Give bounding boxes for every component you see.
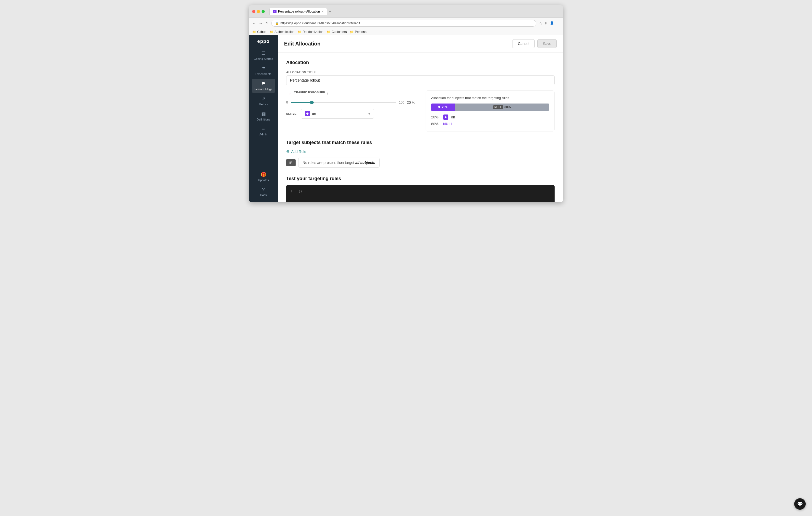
sidebar-item-getting-started[interactable]: ☰ Getting Started [252, 48, 275, 62]
cancel-button[interactable]: Cancel [512, 39, 535, 48]
serve-row: SERVE on ▾ [286, 109, 415, 119]
tab-close-icon[interactable]: ✕ [321, 10, 324, 13]
download-icon[interactable]: ⬇ [544, 21, 548, 25]
admin-icon: ≡ [262, 126, 265, 132]
code-editor[interactable]: 1 {} [286, 185, 555, 202]
folder-icon: 📁 [269, 30, 273, 34]
tab-bar: E Percentage rollout • Allocation ✕ + [269, 8, 560, 15]
tab-title: Percentage rollout • Allocation [278, 10, 320, 13]
slider-track[interactable] [291, 102, 396, 103]
bar-null: NULL 80% [455, 103, 549, 111]
sidebar-logo: eppo [257, 39, 270, 44]
sidebar-item-docs[interactable]: ? Docs [252, 185, 275, 199]
if-badge: IF [286, 159, 296, 166]
bar-null-label: NULL [493, 105, 503, 109]
maximize-button[interactable] [262, 10, 265, 13]
legend-on-pct: 20% [431, 115, 440, 119]
forward-button[interactable]: → [259, 21, 263, 26]
menu-icon[interactable]: ⋮ [556, 21, 560, 25]
allocation-title-label: ALLOCATION TITLE [286, 70, 555, 74]
sidebar-item-experiments[interactable]: ⚗ Experiments [252, 63, 275, 78]
lock-icon: 🔒 [275, 22, 279, 25]
info-icon[interactable]: ℹ [327, 92, 328, 96]
profile-icon[interactable]: 👤 [550, 21, 554, 25]
add-rule-label: Add Rule [291, 150, 306, 154]
updates-label: Updates [258, 179, 269, 182]
feature-flags-icon: ⚑ [261, 81, 265, 87]
main-content: Edit Allocation Cancel Save Allocation A… [278, 35, 563, 202]
allocation-title-input[interactable] [286, 75, 555, 85]
folder-icon: 📁 [297, 30, 301, 34]
bookmark-github[interactable]: 📁 Github [252, 30, 266, 34]
legend-on-value: on [451, 115, 455, 119]
bookmark-personal[interactable]: 📁 Personal [350, 30, 367, 34]
refresh-button[interactable]: ↻ [265, 21, 269, 26]
minimize-button[interactable] [257, 10, 260, 13]
url-bar[interactable]: 🔒 https://qa.eppo.cloud/feature-flags/20… [271, 20, 536, 27]
bar-on-pct: 20% [442, 105, 448, 109]
slider-min-label: 0 [286, 101, 288, 104]
experiments-label: Experiments [255, 72, 271, 75]
bookmark-personal-label: Personal [355, 30, 367, 34]
sidebar-bottom: 🎁 Updates ? Docs [249, 170, 278, 199]
bookmark-randomization[interactable]: 📁 Randomization [297, 30, 323, 34]
bookmark-icon[interactable]: ☆ [539, 21, 542, 25]
serve-label: SERVE [286, 112, 297, 115]
app-container: eppo ☰ Getting Started ⚗ Experiments ⚑ F… [249, 35, 563, 202]
allocation-chart-title: Allocation for subjects that match the t… [431, 96, 549, 100]
header-actions: Cancel Save [512, 39, 557, 48]
bookmarks-bar: 📁 Github 📁 Authentication 📁 Randomizatio… [249, 29, 563, 35]
slider-percent: % [412, 100, 415, 104]
line-number: 1 [290, 189, 295, 193]
getting-started-label: Getting Started [254, 57, 273, 60]
page-header: Edit Allocation Cancel Save [278, 35, 563, 53]
admin-label: Admin [259, 133, 267, 136]
back-button[interactable]: ← [252, 21, 256, 26]
sidebar-item-updates[interactable]: 🎁 Updates [252, 170, 275, 184]
browser-titlebar: E Percentage rollout • Allocation ✕ + [249, 5, 563, 18]
close-button[interactable] [252, 10, 255, 13]
tab-favicon: E [273, 10, 277, 13]
bookmark-customers[interactable]: 📁 Customers [326, 30, 347, 34]
rules-section: Target subjects that match these rules ⊕… [286, 140, 555, 168]
allocation-legend: 20% on 80% [431, 115, 549, 126]
legend-null-pct: 80% [431, 122, 440, 126]
updates-icon: 🎁 [261, 172, 266, 178]
definitions-icon: ▦ [261, 111, 266, 117]
new-tab-button[interactable]: + [329, 9, 331, 14]
folder-icon: 📁 [252, 30, 256, 34]
docs-icon: ? [262, 187, 265, 192]
plus-circle-icon: ⊕ [286, 149, 290, 154]
sidebar-item-definitions[interactable]: ▦ Definitions [252, 109, 275, 123]
slider-fill [291, 102, 312, 103]
if-text-plain: No rules are present then target [303, 160, 355, 165]
serve-select[interactable]: on ▾ [301, 109, 374, 119]
bar-on: 20% [431, 103, 455, 111]
arrow-indicator: → [286, 90, 292, 97]
folder-icon: 📁 [350, 30, 354, 34]
docs-label: Docs [260, 193, 267, 196]
metrics-icon: ↗ [262, 96, 265, 102]
allocation-title-group: ALLOCATION TITLE [286, 70, 555, 85]
sidebar-item-admin[interactable]: ≡ Admin [252, 124, 275, 138]
traffic-section: → TRAFFIC EXPOSURE ℹ 0 100 [286, 90, 555, 131]
serve-icon [305, 111, 310, 116]
legend-row-null: 80% NULL [431, 122, 549, 126]
experiments-icon: ⚗ [261, 66, 265, 71]
serve-value: on [312, 112, 316, 116]
slider-thumb[interactable] [310, 101, 314, 104]
sidebar-item-metrics[interactable]: ↗ Metrics [252, 94, 275, 108]
save-button[interactable]: Save [537, 39, 557, 48]
slider-value: 20 % [407, 100, 415, 104]
bookmark-randomization-label: Randomization [302, 30, 323, 34]
traffic-exposure-label: TRAFFIC EXPOSURE [294, 91, 325, 94]
active-tab[interactable]: E Percentage rollout • Allocation ✕ [269, 8, 327, 15]
page-title: Edit Allocation [284, 41, 320, 47]
test-section: Test your targeting rules 1 {} [286, 176, 555, 202]
sidebar-item-feature-flags[interactable]: ⚑ Feature Flags [252, 79, 275, 93]
bookmark-authentication[interactable]: 📁 Authentication [269, 30, 294, 34]
definitions-label: Definitions [257, 118, 270, 121]
feature-flags-label: Feature Flags [255, 88, 272, 91]
getting-started-icon: ☰ [261, 51, 265, 56]
add-rule-button[interactable]: ⊕ Add Rule [286, 149, 306, 154]
